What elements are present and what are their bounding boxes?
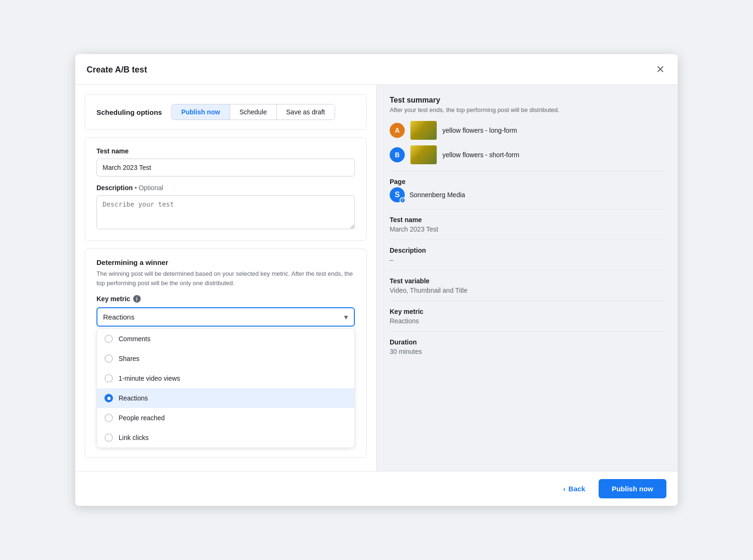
form-section: Test name Description • Optional <box>85 137 367 241</box>
option-shares-label: Shares <box>119 355 139 362</box>
divider-6 <box>390 331 665 332</box>
scheduling-tab-group: Publish now Schedule Save as draft <box>171 104 335 120</box>
option-link-clicks[interactable]: Link clicks <box>97 428 354 448</box>
variant-badge-b: B <box>390 147 405 162</box>
modal-body: Scheduling options Publish now Schedule … <box>75 85 678 471</box>
divider-3 <box>390 240 665 240</box>
summary-test-variable-label: Test variable <box>390 277 665 285</box>
summary-description: Description – <box>390 247 665 264</box>
variant-name-a: yellow flowers - long-form <box>442 127 517 134</box>
summary-key-metric-label: Key metric <box>390 308 665 315</box>
summary-description-value: – <box>390 256 665 264</box>
option-reactions[interactable]: Reactions <box>97 388 354 408</box>
option-1min-video[interactable]: 1-minute video views <box>97 368 354 388</box>
divider-5 <box>390 301 665 301</box>
key-metric-select[interactable]: Reactions <box>96 307 355 327</box>
modal: Create A/B test ✕ Scheduling options Pub… <box>75 54 678 506</box>
scheduling-label: Scheduling options <box>96 108 162 116</box>
option-comments[interactable]: Comments <box>97 329 354 349</box>
winner-section: Determining a winner The winning post wi… <box>85 248 367 458</box>
summary-key-metric-value: Reactions <box>390 317 665 325</box>
facebook-badge-icon: f <box>400 197 406 203</box>
radio-1min-video <box>104 374 113 383</box>
summary-duration-label: Duration <box>390 338 665 346</box>
option-comments-label: Comments <box>119 335 151 343</box>
close-icon: ✕ <box>656 64 665 75</box>
scheduling-section: Scheduling options Publish now Schedule … <box>85 94 367 130</box>
radio-shares <box>104 354 113 363</box>
summary-description-label: Description <box>390 247 665 254</box>
option-reactions-label: Reactions <box>119 394 148 402</box>
divider-2 <box>390 209 665 209</box>
radio-reactions <box>104 394 113 402</box>
option-shares[interactable]: Shares <box>97 349 354 368</box>
option-people-reached-label: People reached <box>119 414 165 422</box>
test-name-input[interactable] <box>96 159 355 176</box>
dropdown-options: Comments Shares 1-minute video views Rea… <box>96 328 355 448</box>
modal-footer: ‹ Back Publish now <box>75 471 678 506</box>
winner-title: Determining a winner <box>96 258 355 266</box>
page-row: S f Sonnenberg Media <box>390 187 665 202</box>
variant-thumb-b <box>410 145 437 164</box>
right-panel: Test summary After your test ends, the t… <box>376 85 678 471</box>
page-label: Page <box>390 178 665 185</box>
variant-row-b: B yellow flowers - short-form <box>390 145 665 164</box>
description-label: Description • Optional <box>96 184 355 192</box>
winner-desc: The winning post will be determined base… <box>96 269 355 288</box>
option-1min-video-label: 1-minute video views <box>119 375 180 382</box>
summary-test-name-value: March 2023 Test <box>390 225 665 233</box>
description-optional-label: • Optional <box>135 184 163 192</box>
option-people-reached[interactable]: People reached <box>97 408 354 428</box>
variant-badge-a: A <box>390 123 405 138</box>
key-metric-label: Key metric <box>96 295 130 303</box>
summary-duration: Duration 30 minutes <box>390 338 665 355</box>
summary-test-name: Test name March 2023 Test <box>390 216 665 233</box>
chevron-left-icon: ‹ <box>563 485 566 493</box>
divider-4 <box>390 270 665 271</box>
radio-people-reached <box>104 414 113 422</box>
summary-desc: After your test ends, the top performing… <box>390 106 665 113</box>
variant-row-a: A yellow flowers - long-form <box>390 121 665 140</box>
close-button[interactable]: ✕ <box>654 63 666 77</box>
summary-title: Test summary <box>390 96 665 104</box>
summary-test-variable-value: Video, Thumbnail and Title <box>390 287 665 294</box>
summary-test-name-label: Test name <box>390 216 665 224</box>
flower-image-a <box>410 121 437 140</box>
left-panel: Scheduling options Publish now Schedule … <box>75 85 376 471</box>
modal-title: Create A/B test <box>87 65 147 75</box>
back-button[interactable]: ‹ Back <box>556 480 593 497</box>
summary-key-metric: Key metric Reactions <box>390 308 665 325</box>
modal-header: Create A/B test ✕ <box>75 54 678 85</box>
tab-publish-now[interactable]: Publish now <box>172 104 230 120</box>
page-icon-letter: S <box>395 191 400 199</box>
tab-schedule[interactable]: Schedule <box>230 104 277 120</box>
summary-test-variable: Test variable Video, Thumbnail and Title <box>390 277 665 294</box>
radio-comments <box>104 335 113 343</box>
description-textarea[interactable] <box>96 195 355 229</box>
radio-link-clicks <box>104 433 113 442</box>
test-name-label: Test name <box>96 147 355 155</box>
page-name: Sonnenberg Media <box>409 191 465 199</box>
variant-name-b: yellow flowers - short-form <box>442 151 519 159</box>
flower-image-b <box>410 145 437 164</box>
info-icon: i <box>133 295 141 303</box>
variant-thumb-a <box>410 121 437 140</box>
summary-duration-value: 30 minutes <box>390 348 665 355</box>
key-metric-select-wrapper: Reactions ▼ <box>96 307 355 327</box>
tab-save-draft[interactable]: Save as draft <box>277 104 335 120</box>
divider-1 <box>390 171 665 171</box>
publish-now-button[interactable]: Publish now <box>599 479 666 498</box>
page-icon: S f <box>390 187 405 202</box>
option-link-clicks-label: Link clicks <box>119 434 149 441</box>
